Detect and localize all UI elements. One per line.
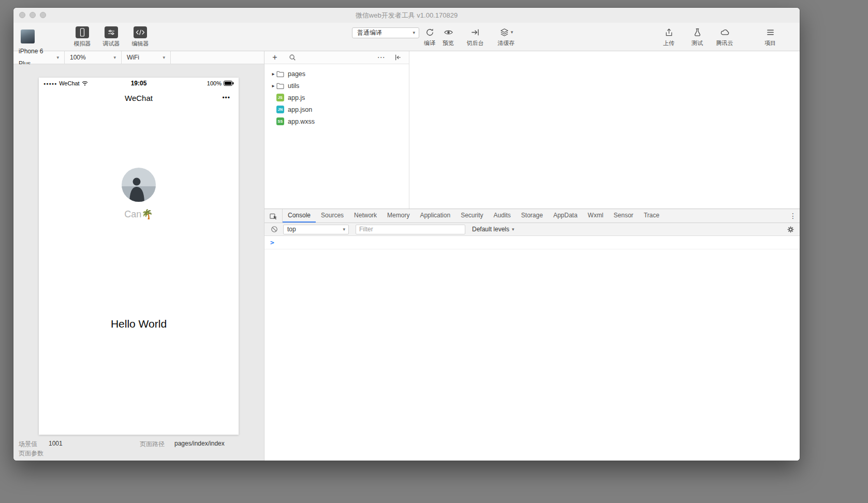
upload-label: 上传 [663,39,674,47]
tab-trace[interactable]: Trace [639,209,665,223]
caret-down-icon: ▾ [113,51,116,64]
clear-cache-button[interactable]: ▾ 清缓存 [491,26,522,47]
tree-item-app-js[interactable]: JS app.js [264,92,409,103]
console-prompt-row[interactable]: > [264,236,800,249]
debugger-mode-label: 调试器 [103,40,120,48]
preview-button[interactable]: 预览 [439,26,458,47]
preview-label: 预览 [443,39,454,47]
cloud-icon [720,26,730,38]
network-select-value: WiFi [127,51,139,64]
desktop: 微信web开发者工具 v1.00.170829 模拟器 调试器 [0,0,868,503]
editor-area [409,51,800,209]
simulator-mode-button[interactable]: 模拟器 [68,26,97,48]
page-path-value: pages/index/index [174,440,225,447]
inspect-cursor-icon [270,212,277,220]
menu-lines-icon [766,26,775,38]
page-path-label: 页面路径 [140,440,165,449]
caret-down-icon: ▾ [413,28,415,38]
add-file-button[interactable]: + [270,51,280,64]
tab-appdata[interactable]: AppData [548,209,583,223]
tab-sources[interactable]: Sources [316,209,349,223]
tab-storage[interactable]: Storage [516,209,548,223]
device-select[interactable]: iPhone 6 Plus ▾ [13,51,65,64]
compile-mode-select[interactable]: 普通编译 ▾ [352,27,419,38]
tab-console[interactable]: Console [283,209,316,223]
devtools-panel: Console Sources Network Memory Applicati… [264,209,800,461]
js-file-icon: JS [276,94,284,101]
signal-dots-icon: ●●●●● [43,82,57,85]
tab-memory[interactable]: Memory [382,209,415,223]
tree-item-label: app.json [288,106,312,113]
tencent-cloud-label: 腾讯云 [716,39,733,47]
device-bar-spacer [171,51,264,64]
console-prompt-icon: > [270,239,274,246]
compile-button[interactable]: 编译 [418,26,441,47]
device-bar: iPhone 6 Plus ▾ 100% ▾ WiFi ▾ [13,51,264,64]
tree-item-utils[interactable]: ▸ utils [264,80,409,92]
test-label: 测试 [692,39,703,47]
console-output: > [264,236,800,461]
execution-context-value: top [287,226,296,233]
battery-percent: 100% [207,80,222,86]
titlebar: 微信web开发者工具 v1.00.170829 [13,8,800,23]
tab-network[interactable]: Network [349,209,382,223]
search-button[interactable] [287,51,298,64]
vertical-divider [409,51,409,209]
zoom-select[interactable]: 100% ▾ [65,51,122,64]
tab-sensor[interactable]: Sensor [609,209,639,223]
user-info-block[interactable]: Can🌴 [39,168,239,220]
profile-avatar[interactable] [122,168,156,202]
disclosure-triangle-icon[interactable]: ▸ [270,83,276,88]
battery-icon [224,81,234,86]
caret-down-icon: ▾ [343,225,345,234]
tab-audits[interactable]: Audits [489,209,516,223]
execution-context-select[interactable]: top ▾ [283,225,349,234]
caret-down-icon: ▾ [163,51,165,64]
switch-background-button[interactable]: 切后台 [462,26,489,47]
caret-down-icon: ▾ [511,29,513,35]
disclosure-triangle-icon[interactable]: ▸ [270,71,276,77]
devtools-tab-bar: Console Sources Network Memory Applicati… [264,209,800,223]
log-levels-select[interactable]: Default levels ▾ [472,226,514,233]
scene-label: 场景值 [19,440,37,449]
switch-background-label: 切后台 [467,39,484,47]
tencent-cloud-button[interactable]: 腾讯云 [711,26,738,47]
hello-world-text: Hello World [39,318,239,330]
upload-button[interactable]: 上传 [656,26,681,47]
collapse-sidebar-button[interactable] [393,51,403,64]
console-filter-input[interactable] [356,225,465,234]
clear-console-button[interactable] [271,226,278,233]
compile-icon [425,26,435,38]
tree-item-label: utils [288,82,299,90]
tab-wxml[interactable]: Wxml [583,209,609,223]
tab-security[interactable]: Security [455,209,488,223]
tab-application[interactable]: Application [415,209,455,223]
tree-item-app-json[interactable]: JN app.json [264,103,409,115]
editor-mode-button[interactable]: 编辑器 [126,26,155,48]
page-title: WeChat [39,89,239,108]
tree-item-app-wxss[interactable]: SS app.wxss [264,115,409,127]
user-avatar[interactable] [21,29,35,43]
more-menu-icon[interactable]: ••• [222,89,230,108]
tree-item-pages[interactable]: ▸ pages [264,68,409,80]
tree-item-label: app.wxss [288,118,315,125]
scene-value: 1001 [49,440,63,447]
window-title: 微信web开发者工具 v1.00.170829 [13,8,800,23]
network-select[interactable]: WiFi ▾ [122,51,171,64]
compile-mode-value: 普通编译 [357,29,382,36]
tree-item-label: app.js [288,94,305,101]
console-settings-button[interactable] [787,226,795,233]
switch-background-icon [470,26,480,38]
simulator-mode-label: 模拟器 [74,40,91,48]
devtools-menu-button[interactable]: ⋮ [786,209,800,223]
more-options-button[interactable]: ⋯ [376,51,386,64]
collapse-left-icon [394,54,402,61]
inspect-element-button[interactable] [264,209,283,223]
eye-icon [444,26,453,38]
app-window: 微信web开发者工具 v1.00.170829 模拟器 调试器 [13,8,800,461]
log-levels-value: Default levels [472,226,509,233]
project-button[interactable]: 项目 [758,26,783,47]
debugger-mode-button[interactable]: 调试器 [97,26,126,48]
test-button[interactable]: 测试 [685,26,710,47]
clear-cache-label: 清缓存 [498,39,515,47]
